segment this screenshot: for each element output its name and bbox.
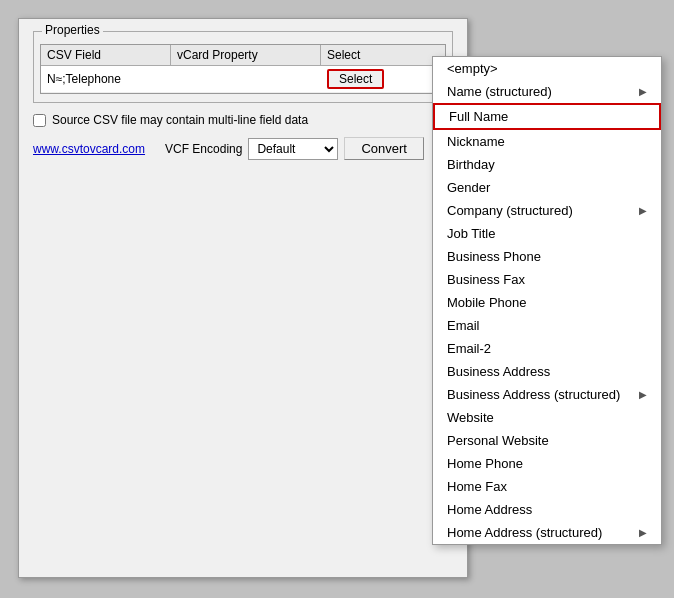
dropdown-item[interactable]: Home Address (structured)▶ xyxy=(433,521,661,544)
dropdown-item-label: Home Address xyxy=(447,502,532,517)
dropdown-item-label: Personal Website xyxy=(447,433,549,448)
dropdown-item-label: Job Title xyxy=(447,226,495,241)
table-header: CSV Field vCard Property Select xyxy=(41,45,445,66)
multiline-checkbox-row: Source CSV file may contain multi-line f… xyxy=(33,113,453,127)
dropdown-item-label: Name (structured) xyxy=(447,84,552,99)
dropdown-item-label: Website xyxy=(447,410,494,425)
dropdown-item[interactable]: Website xyxy=(433,406,661,429)
submenu-arrow-icon: ▶ xyxy=(639,527,647,538)
dropdown-item-label: Company (structured) xyxy=(447,203,573,218)
dropdown-item[interactable]: Name (structured)▶ xyxy=(433,80,661,103)
dropdown-item-label: Home Phone xyxy=(447,456,523,471)
dropdown-item[interactable]: <empty> xyxy=(433,57,661,80)
convert-button[interactable]: Convert xyxy=(344,137,424,160)
encoding-label: VCF Encoding xyxy=(165,142,242,156)
dropdown-item[interactable]: Full Name xyxy=(433,103,661,130)
main-window: Properties CSV Field vCard Property Sele… xyxy=(18,18,468,578)
multiline-label: Source CSV file may contain multi-line f… xyxy=(52,113,308,127)
website-link[interactable]: www.csvtovcard.com xyxy=(33,142,145,156)
submenu-arrow-icon: ▶ xyxy=(639,205,647,216)
header-vcard-property: vCard Property xyxy=(171,45,321,65)
dropdown-item-label: Full Name xyxy=(449,109,508,124)
dropdown-item[interactable]: Mobile Phone xyxy=(433,291,661,314)
select-button[interactable]: Select xyxy=(327,69,384,89)
dropdown-item-label: Business Phone xyxy=(447,249,541,264)
table-row: N≈;Telephone Select xyxy=(41,66,445,93)
dropdown-item-label: Business Address (structured) xyxy=(447,387,620,402)
dropdown-item-label: Business Fax xyxy=(447,272,525,287)
dropdown-item[interactable]: Gender xyxy=(433,176,661,199)
properties-group: Properties CSV Field vCard Property Sele… xyxy=(33,31,453,103)
properties-table: CSV Field vCard Property Select N≈;Telep… xyxy=(40,44,446,94)
dropdown-item[interactable]: Email xyxy=(433,314,661,337)
dropdown-item[interactable]: Email-2 xyxy=(433,337,661,360)
dropdown-item-label: Mobile Phone xyxy=(447,295,527,310)
dropdown-item-label: Nickname xyxy=(447,134,505,149)
dropdown-item[interactable]: Business Fax xyxy=(433,268,661,291)
dropdown-menu: <empty>Name (structured)▶Full NameNickna… xyxy=(432,56,662,545)
header-select: Select xyxy=(321,45,445,65)
dropdown-item-label: <empty> xyxy=(447,61,498,76)
submenu-arrow-icon: ▶ xyxy=(639,389,647,400)
dropdown-item-label: Email-2 xyxy=(447,341,491,356)
dropdown-item[interactable]: Personal Website xyxy=(433,429,661,452)
header-csv-field: CSV Field xyxy=(41,45,171,65)
dropdown-item-label: Gender xyxy=(447,180,490,195)
dropdown-item[interactable]: Home Fax xyxy=(433,475,661,498)
multiline-checkbox[interactable] xyxy=(33,114,46,127)
vcard-property-cell xyxy=(171,76,321,82)
dropdown-item[interactable]: Home Address xyxy=(433,498,661,521)
dropdown-item-label: Business Address xyxy=(447,364,550,379)
dropdown-item-label: Home Address (structured) xyxy=(447,525,602,540)
dropdown-item[interactable]: Job Title xyxy=(433,222,661,245)
submenu-arrow-icon: ▶ xyxy=(639,86,647,97)
csv-field-cell: N≈;Telephone xyxy=(41,69,171,89)
dropdown-item[interactable]: Business Address (structured)▶ xyxy=(433,383,661,406)
dropdown-item-label: Email xyxy=(447,318,480,333)
dropdown-item[interactable]: Birthday xyxy=(433,153,661,176)
dropdown-item-label: Home Fax xyxy=(447,479,507,494)
dropdown-item[interactable]: Company (structured)▶ xyxy=(433,199,661,222)
dropdown-item[interactable]: Business Address xyxy=(433,360,661,383)
encoding-select[interactable]: Default UTF-8 UTF-16 ASCII xyxy=(248,138,338,160)
bottom-row: www.csvtovcard.com VCF Encoding Default … xyxy=(33,137,453,160)
properties-label: Properties xyxy=(42,23,103,37)
dropdown-item[interactable]: Home Phone xyxy=(433,452,661,475)
select-cell: Select xyxy=(321,66,445,92)
dropdown-item-label: Birthday xyxy=(447,157,495,172)
dropdown-item[interactable]: Nickname xyxy=(433,130,661,153)
dropdown-item[interactable]: Business Phone xyxy=(433,245,661,268)
